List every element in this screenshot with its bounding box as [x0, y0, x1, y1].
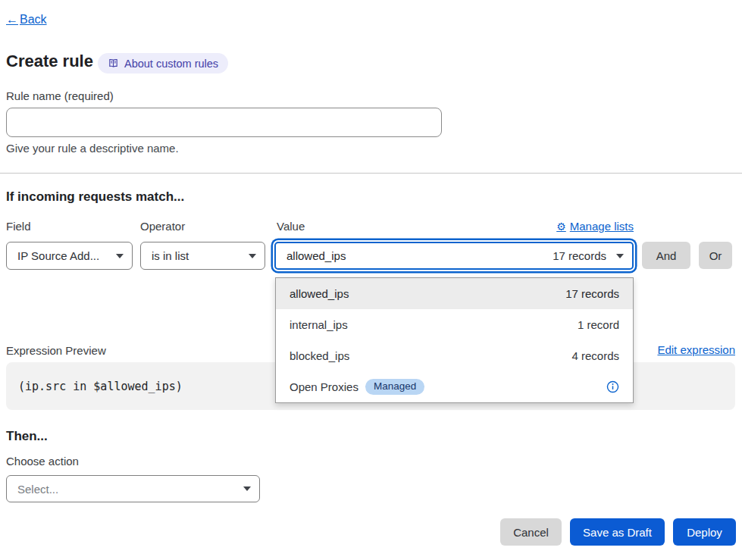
dropdown-option-allowed-ips[interactable]: allowed_ips 17 records	[276, 278, 633, 309]
and-button[interactable]: And	[642, 242, 690, 269]
field-column-label: Field	[6, 220, 31, 233]
manage-lists-label: Manage lists	[570, 220, 634, 233]
dropdown-option-open-proxies[interactable]: Open Proxies Managed	[276, 371, 633, 402]
managed-badge: Managed	[365, 379, 424, 395]
chevron-down-icon	[616, 254, 624, 258]
value-column-label: Value	[277, 220, 305, 233]
option-records: 17 records	[565, 287, 619, 300]
option-name: internal_ips	[290, 318, 348, 331]
expression-preview-label: Expression Preview	[6, 344, 106, 357]
field-select[interactable]: IP Source Add...	[6, 242, 133, 270]
page-title: Create rule	[6, 52, 93, 71]
value-select-value: allowed_ips	[286, 249, 346, 262]
option-name: blocked_ips	[290, 349, 349, 362]
operator-column-label: Operator	[140, 220, 185, 233]
action-select-placeholder: Select...	[17, 483, 58, 496]
deploy-button[interactable]: Deploy	[673, 518, 736, 546]
match-section-heading: If incoming requests match...	[6, 189, 184, 205]
rule-name-input[interactable]	[6, 108, 442, 137]
value-dropdown-menu: allowed_ips 17 records internal_ips 1 re…	[275, 277, 634, 403]
choose-action-label: Choose action	[6, 455, 79, 468]
field-select-value: IP Source Add...	[17, 249, 99, 262]
about-custom-rules-link[interactable]: About custom rules	[98, 53, 228, 74]
option-records: 1 record	[578, 318, 619, 331]
option-records: 4 records	[571, 349, 619, 362]
or-button[interactable]: Or	[699, 242, 732, 269]
operator-select-value: is in list	[152, 249, 189, 262]
chevron-down-icon	[116, 254, 124, 258]
section-divider	[0, 173, 742, 174]
action-select[interactable]: Select...	[6, 475, 260, 502]
create-rule-page: ← Back Create rule About custom rules Ru…	[0, 0, 742, 560]
book-icon	[108, 58, 119, 69]
value-select-records: 17 records	[553, 249, 606, 262]
value-select[interactable]: allowed_ips 17 records	[274, 242, 634, 270]
operator-select[interactable]: is in list	[140, 242, 265, 270]
about-badge-label: About custom rules	[124, 58, 218, 70]
info-icon[interactable]	[606, 380, 619, 393]
back-arrow-icon: ←	[6, 13, 18, 27]
manage-lists-link[interactable]: ⚙ Manage lists	[556, 220, 634, 233]
option-name: allowed_ips	[290, 287, 349, 300]
rule-name-label: Rule name (required)	[6, 89, 114, 102]
back-link[interactable]: ← Back	[6, 13, 47, 27]
save-as-draft-button[interactable]: Save as Draft	[570, 518, 665, 546]
dropdown-option-internal-ips[interactable]: internal_ips 1 record	[276, 309, 633, 340]
edit-expression-link[interactable]: Edit expression	[657, 343, 735, 356]
gear-icon: ⚙	[556, 221, 566, 232]
option-name: Open Proxies	[290, 380, 358, 393]
chevron-down-icon	[243, 486, 251, 491]
cancel-button[interactable]: Cancel	[500, 518, 562, 546]
expression-code: (ip.src in $allowed_ips)	[18, 380, 183, 393]
then-section-heading: Then...	[6, 429, 48, 444]
back-label: Back	[20, 13, 47, 27]
dropdown-option-blocked-ips[interactable]: blocked_ips 4 records	[276, 340, 633, 371]
rule-name-helper: Give your rule a descriptive name.	[6, 142, 179, 155]
chevron-down-icon	[249, 254, 256, 258]
